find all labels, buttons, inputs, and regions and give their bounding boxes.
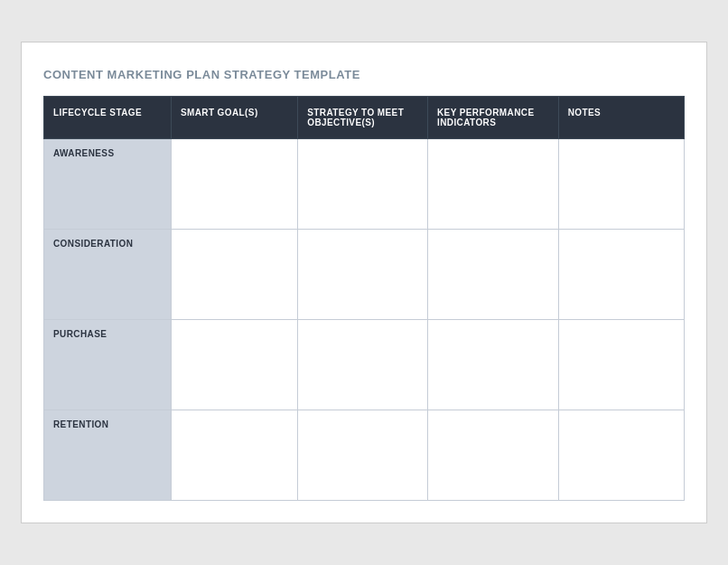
strategy-cell[interactable]: [298, 230, 428, 320]
strategy-cell[interactable]: [298, 320, 428, 410]
table-row: AWARENESS: [44, 139, 685, 230]
smart-goals-cell[interactable]: [171, 139, 297, 230]
kpi-cell[interactable]: [427, 230, 558, 320]
header-notes: NOTES: [558, 97, 684, 139]
table-header-row: LIFECYCLE STAGE SMART GOAL(S) STRATEGY T…: [44, 97, 685, 139]
smart-goals-cell[interactable]: [171, 230, 297, 320]
strategy-cell[interactable]: [298, 410, 428, 501]
smart-goals-cell[interactable]: [171, 410, 297, 501]
header-lifecycle: LIFECYCLE STAGE: [44, 97, 172, 139]
table-row: RETENTION: [44, 410, 685, 501]
notes-cell[interactable]: [558, 410, 684, 501]
notes-cell[interactable]: [558, 320, 684, 410]
page-title: CONTENT MARKETING PLAN STRATEGY TEMPLATE: [43, 68, 685, 81]
kpi-cell[interactable]: [427, 410, 558, 501]
lifecycle-stage-cell: PURCHASE: [44, 320, 172, 410]
header-strategy: STRATEGY TO MEET OBJECTIVE(S): [298, 97, 428, 139]
lifecycle-stage-cell: CONSIDERATION: [44, 230, 172, 320]
lifecycle-stage-cell: AWARENESS: [44, 139, 172, 230]
table-row: CONSIDERATION: [44, 230, 685, 320]
strategy-table: LIFECYCLE STAGE SMART GOAL(S) STRATEGY T…: [43, 96, 685, 501]
header-smart: SMART GOAL(S): [171, 97, 297, 139]
header-kpi: KEY PERFORMANCE INDICATORS: [427, 97, 558, 139]
lifecycle-stage-cell: RETENTION: [44, 410, 172, 501]
table-row: PURCHASE: [44, 320, 685, 410]
kpi-cell[interactable]: [427, 139, 558, 230]
notes-cell[interactable]: [558, 230, 684, 320]
notes-cell[interactable]: [558, 139, 684, 230]
smart-goals-cell[interactable]: [171, 320, 297, 410]
page-wrapper: CONTENT MARKETING PLAN STRATEGY TEMPLATE…: [21, 42, 707, 523]
strategy-cell[interactable]: [298, 139, 428, 230]
kpi-cell[interactable]: [427, 320, 558, 410]
